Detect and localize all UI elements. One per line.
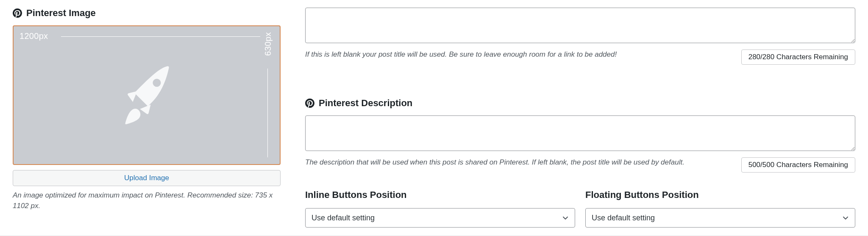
pinterest-icon <box>305 99 314 108</box>
pinterest-image-heading-text: Pinterest Image <box>26 8 96 19</box>
dimension-height-label: 630px <box>263 32 273 56</box>
dimension-width-line <box>61 36 260 37</box>
pinterest-description-note: The description that will be used when t… <box>305 157 733 167</box>
pinterest-description-heading: Pinterest Description <box>305 98 855 109</box>
dimension-height-line <box>267 69 268 157</box>
floating-buttons-position-heading-text: Floating Buttons Position <box>585 189 699 200</box>
svg-point-0 <box>153 79 161 87</box>
upload-image-button[interactable]: Upload Image <box>13 170 281 186</box>
pinterest-image-note: An image optimized for maximum impact on… <box>13 190 281 211</box>
upload-image-button-label: Upload Image <box>124 174 169 182</box>
pinterest-description-counter: 500/500 Characters Remaining <box>741 157 855 173</box>
floating-buttons-position-select[interactable]: Use default setting <box>585 208 855 228</box>
pinterest-image-heading: Pinterest Image <box>13 8 281 19</box>
pinterest-title-note: If this is left blank your post title wi… <box>305 49 733 60</box>
rocket-icon <box>111 59 183 131</box>
inline-buttons-position-select[interactable]: Use default setting <box>305 208 575 228</box>
chevron-down-icon <box>842 214 849 221</box>
inline-buttons-position-heading-text: Inline Buttons Position <box>305 189 407 200</box>
chevron-down-icon <box>562 214 569 221</box>
floating-buttons-position-heading: Floating Buttons Position <box>585 189 855 200</box>
pinterest-title-counter: 280/280 Characters Remaining <box>741 49 855 65</box>
floating-buttons-position-value: Use default setting <box>592 214 655 222</box>
pinterest-title-textarea[interactable] <box>305 8 855 43</box>
pinterest-description-heading-text: Pinterest Description <box>319 98 412 109</box>
inline-buttons-position-value: Use default setting <box>312 214 375 222</box>
pinterest-icon <box>13 8 22 18</box>
inline-buttons-position-heading: Inline Buttons Position <box>305 189 575 200</box>
upload-image-dropzone[interactable]: 1200px 630px <box>13 25 281 165</box>
dimension-width-label: 1200px <box>19 31 48 41</box>
pinterest-description-textarea[interactable] <box>305 115 855 151</box>
